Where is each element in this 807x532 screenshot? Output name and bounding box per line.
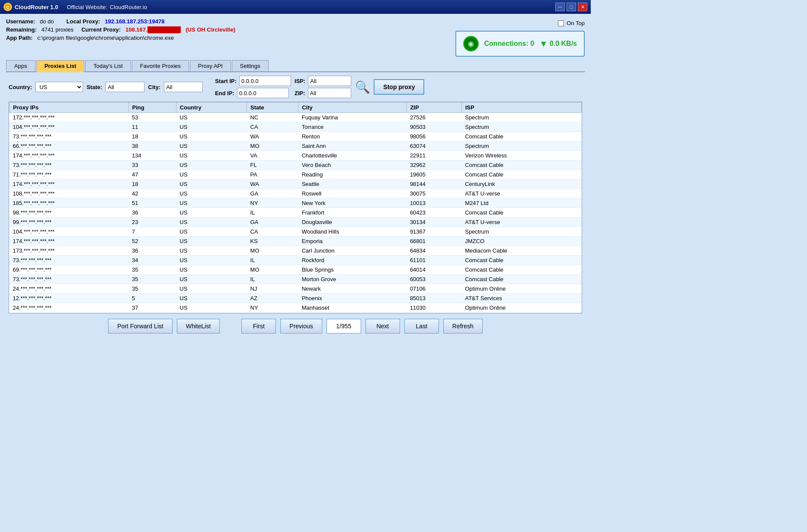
app-path-label: App Path: [6, 35, 32, 41]
cell-16-5: 64014 [407, 265, 461, 275]
table-row[interactable]: 66.***.***.***.***38USMOSaint Ann63074Sp… [10, 141, 582, 151]
table-row[interactable]: 173.***.***.***.***36USMOCarl Junction64… [10, 246, 582, 256]
table-row[interactable]: 174.***.***.***.***134USVACharlottesvill… [10, 151, 582, 160]
country-select[interactable]: US [35, 82, 83, 92]
search-button[interactable]: 🔍 [355, 79, 370, 95]
close-button[interactable]: ✕ [578, 3, 587, 11]
minimize-button[interactable]: ─ [555, 3, 565, 11]
refresh-button[interactable]: Refresh [443, 319, 483, 333]
cell-7-0: 174.***.***.***.*** [10, 179, 129, 189]
cell-8-5: 30075 [407, 189, 461, 199]
start-ip-input[interactable] [239, 76, 291, 86]
first-button[interactable]: First [241, 319, 276, 333]
next-button[interactable]: Next [365, 319, 400, 333]
cell-20-1: 37 [128, 303, 176, 313]
table-row[interactable]: 73.***.***.***.***34USILRockford61101Com… [10, 256, 582, 265]
cell-19-6: AT&T Services [461, 294, 581, 303]
svg-text:C: C [6, 5, 10, 10]
port-forward-button[interactable]: Port Forward List [108, 319, 173, 333]
cell-10-2: US [176, 208, 247, 218]
city-label: City: [148, 84, 160, 90]
table-row[interactable]: 12.***.***.***.***5USAZPhoenix85013AT&T … [10, 294, 582, 303]
cell-4-2: US [176, 151, 247, 160]
cell-5-0: 73.***.***.***.*** [10, 160, 129, 170]
cell-19-3: AZ [247, 294, 298, 303]
table-row[interactable]: 104.***.***.***.***7USCAWoodland Hills91… [10, 227, 582, 237]
table-row[interactable]: 73.***.***.***.***33USFLVero Beach32962C… [10, 160, 582, 170]
page-info: 1/955 [327, 319, 361, 333]
tab-proxy-api[interactable]: Proxy API [190, 60, 231, 71]
table-row[interactable]: 174.***.***.***.***18USWASeattle98144Cen… [10, 179, 582, 189]
tab-todays-list[interactable]: Today's List [85, 60, 131, 71]
table-row[interactable]: 174.***.***.***.***52USKSEmporia66801JMZ… [10, 237, 582, 246]
cell-5-6: Comcast Cable [461, 160, 581, 170]
table-row[interactable]: 104.***.***.***.***11USCATorrance90503Sp… [10, 122, 582, 132]
cell-12-1: 7 [128, 227, 176, 237]
cell-7-3: WA [247, 179, 298, 189]
cell-7-2: US [176, 179, 247, 189]
cell-16-2: US [176, 265, 247, 275]
current-proxy-location: (US OH Circleville) [186, 26, 235, 33]
cell-13-2: US [176, 237, 247, 246]
col-isp: ISP [461, 103, 581, 113]
cell-7-6: CenturyLink [461, 179, 581, 189]
isp-input[interactable] [308, 76, 351, 86]
window-controls: ─ □ ✕ [555, 3, 587, 11]
stop-proxy-button[interactable]: Stop proxy [374, 79, 424, 95]
col-country: Country [176, 103, 247, 113]
cell-6-0: 71.***.***.***.*** [10, 170, 129, 179]
on-top-checkbox[interactable] [558, 20, 564, 26]
whitelist-button[interactable]: WhiteList [177, 319, 220, 333]
tab-proxies-list[interactable]: Proxies List [36, 60, 85, 72]
table-row[interactable]: 24.***.***.***.***35USNJNewark07106Optim… [10, 284, 582, 294]
col-state: State [247, 103, 298, 113]
ip-filter-section: Start IP: End IP: [215, 76, 291, 98]
country-label: Country: [9, 84, 32, 90]
cell-9-3: NY [247, 199, 298, 208]
city-input[interactable] [164, 82, 203, 92]
cell-18-3: NJ [247, 284, 298, 294]
state-label: State: [86, 84, 102, 90]
cell-12-0: 104.***.***.***.*** [10, 227, 129, 237]
state-input[interactable] [106, 82, 144, 92]
table-row[interactable]: 98.***.***.***.***36USILFrankfort60423Co… [10, 208, 582, 218]
connections-box: Connections: 0 ▼ 0.0 KB/s [455, 31, 585, 57]
cell-8-3: GA [247, 189, 298, 199]
cell-10-6: Comcast Cable [461, 208, 581, 218]
tab-settings[interactable]: Settings [232, 60, 269, 71]
local-proxy-value: 192.168.187.253:19478 [105, 18, 164, 25]
previous-button[interactable]: Previous [280, 319, 322, 333]
table-row[interactable]: 73.***.***.***.***35USILMorton Grove6005… [10, 275, 582, 284]
table-row[interactable]: 185.***.***.***.***51USNYNew York10013M2… [10, 199, 582, 208]
end-ip-input[interactable] [237, 88, 289, 98]
table-row[interactable]: 99.***.***.***.***23USGADouglasville3013… [10, 218, 582, 227]
cell-9-2: US [176, 199, 247, 208]
table-row[interactable]: 172.***.***.***.***53USNCFuquay Varina27… [10, 113, 582, 122]
cell-4-4: Charlottesville [298, 151, 407, 160]
last-button[interactable]: Last [404, 319, 439, 333]
cell-7-5: 98144 [407, 179, 461, 189]
zip-input[interactable] [308, 88, 351, 98]
table-row[interactable]: 73.***.***.***.***18USWARenton98056Comca… [10, 132, 582, 141]
table-row[interactable]: 24.***.***.***.***37USNYManhasset11030Op… [10, 303, 582, 313]
cell-15-3: IL [247, 256, 298, 265]
table-row[interactable]: 108.***.***.***.***42USGARoswell30075AT&… [10, 189, 582, 199]
cell-8-2: US [176, 189, 247, 199]
table-row[interactable]: 71.***.***.***.***47USPAReading19605Comc… [10, 170, 582, 179]
cell-3-3: MO [247, 141, 298, 151]
cell-15-6: Comcast Cable [461, 256, 581, 265]
maximize-button[interactable]: □ [567, 3, 576, 11]
cell-19-5: 85013 [407, 294, 461, 303]
cell-13-3: KS [247, 237, 298, 246]
table-row[interactable]: 69.***.***.***.***35USMOBlue Springs6401… [10, 265, 582, 275]
tab-apps[interactable]: Apps [6, 60, 35, 71]
cell-15-2: US [176, 256, 247, 265]
tab-favorite-proxies[interactable]: Favorite Proxies [132, 60, 189, 71]
app-path-row: App Path: c:\program files\google\chrome… [6, 35, 455, 41]
cell-20-4: Manhasset [298, 303, 407, 313]
search-icon: 🔍 [355, 80, 370, 94]
cell-9-5: 10013 [407, 199, 461, 208]
bottom-bar: Port Forward List WhiteList First Previo… [6, 314, 585, 339]
cell-14-6: Mediacom Cable [461, 246, 581, 256]
local-proxy-label: Local Proxy: [67, 18, 100, 25]
